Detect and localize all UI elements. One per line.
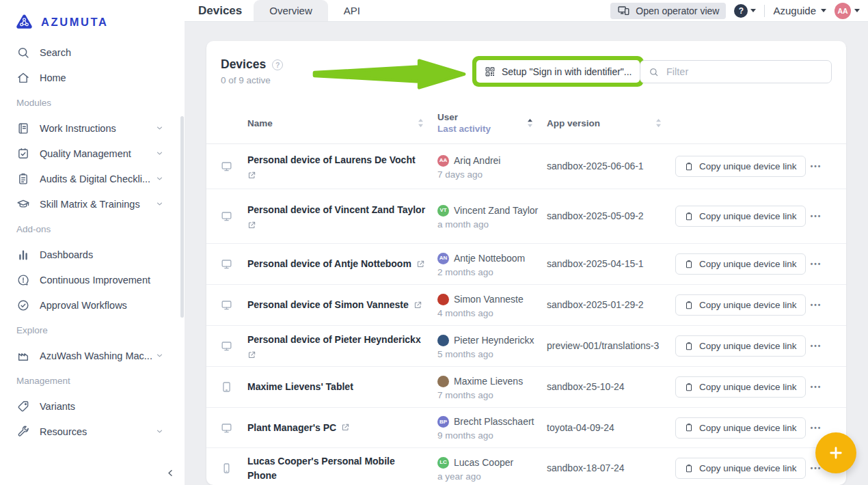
clipboard-icon bbox=[684, 260, 694, 269]
external-link-icon[interactable] bbox=[247, 221, 256, 230]
table-row: Personal device of Vincent Zand Taylor V… bbox=[206, 189, 846, 244]
app-root: AZUMUTA Search Home Modules Work Instruc… bbox=[0, 0, 868, 485]
sidebar-item-dashboards[interactable]: Dashboards bbox=[0, 242, 185, 267]
column-header-user[interactable]: User Last activity bbox=[437, 112, 547, 134]
avatar: LC bbox=[437, 457, 449, 469]
monitor-icon bbox=[220, 299, 233, 311]
last-activity: a month ago bbox=[437, 219, 541, 230]
page-title: Devices bbox=[221, 57, 266, 72]
sidebar-item-work-instructions[interactable]: Work Instructions bbox=[0, 115, 185, 141]
topbar-divider bbox=[764, 5, 765, 17]
copy-device-link-button[interactable]: Copy unique device link bbox=[675, 253, 806, 275]
filter-input[interactable] bbox=[665, 66, 823, 78]
clipboard-icon bbox=[684, 383, 694, 392]
green-arrow bbox=[306, 58, 473, 90]
copy-device-link-button[interactable]: Copy unique device link bbox=[675, 156, 806, 177]
app-version: toyota-04-09-24 bbox=[547, 421, 675, 435]
tablet-icon bbox=[220, 380, 233, 393]
avatar: VT bbox=[437, 205, 449, 217]
external-link-icon[interactable] bbox=[247, 171, 256, 180]
table-row: Personal device of Antje Notteboom AN An… bbox=[206, 244, 846, 285]
table-row: Personal device of Simon Vanneste Simon … bbox=[206, 285, 846, 326]
sidebar-collapse-button[interactable] bbox=[161, 464, 179, 482]
sidebar-item-home[interactable]: Home bbox=[0, 65, 185, 90]
device-name: Personal device of Vincent Zand Taylor bbox=[247, 203, 425, 217]
caret-down-icon bbox=[821, 9, 826, 12]
device-name: Personal device of Antje Notteboom bbox=[247, 257, 411, 271]
row-menu-button[interactable]: ••• bbox=[800, 383, 832, 391]
column-header-app-version[interactable]: App version bbox=[547, 118, 675, 128]
row-menu-button[interactable]: ••• bbox=[800, 163, 832, 170]
copy-device-link-button[interactable]: Copy unique device link bbox=[675, 294, 806, 316]
app-version: sandbox-2025-06-06-1 bbox=[547, 159, 675, 174]
monitor-icon bbox=[220, 421, 233, 434]
avatar bbox=[437, 294, 449, 305]
tab-api[interactable]: API bbox=[328, 0, 376, 21]
brand-logo[interactable]: AZUMUTA bbox=[0, 0, 185, 34]
external-link-icon[interactable] bbox=[413, 301, 422, 309]
sidebar-item-audits-digital-checkli[interactable]: Audits & Digital Checkli... bbox=[0, 166, 185, 191]
azumuta-logo-icon bbox=[15, 13, 33, 31]
sidebar-item-quality-management[interactable]: Quality Management bbox=[0, 141, 185, 166]
setup-sign-in-with-identifier-button[interactable]: Setup "Sign in with identifier"... bbox=[476, 60, 640, 83]
add-device-button[interactable] bbox=[815, 432, 856, 473]
sidebar-section-explore: Explore bbox=[0, 318, 185, 343]
sidebar-scrollbar[interactable] bbox=[180, 116, 184, 318]
continuous-improvement-icon bbox=[16, 273, 30, 287]
copy-device-link-button[interactable]: Copy unique device link bbox=[675, 417, 806, 439]
copy-device-link-button[interactable]: Copy unique device link bbox=[675, 458, 806, 479]
account-menu[interactable]: AA bbox=[835, 3, 860, 19]
open-operator-view-button[interactable]: Open operator view bbox=[610, 3, 726, 19]
chevron-left-icon bbox=[165, 468, 176, 478]
copy-device-link-button[interactable]: Copy unique device link bbox=[675, 335, 806, 357]
setup-button-highlight: Setup "Sign in with identifier"... bbox=[472, 56, 644, 87]
last-activity: 7 months ago bbox=[437, 390, 541, 400]
table-row: Personal device of Pieter Heynderickx Pi… bbox=[206, 326, 846, 367]
home-icon bbox=[16, 71, 30, 85]
row-menu-button[interactable]: ••• bbox=[800, 424, 832, 432]
active-count: 0 of 9 active bbox=[221, 75, 283, 85]
row-menu-button[interactable]: ••• bbox=[800, 301, 832, 309]
table-row: Lucas Cooper's Personal Mobile Phone LC … bbox=[206, 448, 846, 485]
copy-device-link-button[interactable]: Copy unique device link bbox=[675, 206, 806, 227]
sidebar-item-resources[interactable]: Resources bbox=[0, 419, 185, 444]
sidebar-item-variants[interactable]: Variants bbox=[0, 393, 185, 419]
last-activity: 4 months ago bbox=[437, 308, 541, 318]
external-link-icon[interactable] bbox=[416, 260, 425, 268]
sidebar-section-add-ons: Add-ons bbox=[0, 217, 185, 242]
copy-device-link-button[interactable]: Copy unique device link bbox=[675, 376, 806, 398]
sidebar-item-approval-workflows[interactable]: Approval Workflows bbox=[0, 292, 185, 318]
user-name: Lucas Cooper bbox=[454, 456, 513, 470]
help-menu[interactable]: ? bbox=[734, 4, 756, 18]
last-activity: 9 months ago bbox=[437, 430, 541, 441]
sidebar-item-search[interactable]: Search bbox=[0, 40, 185, 65]
caret-down-icon bbox=[854, 9, 860, 12]
chevron-down-icon bbox=[155, 351, 164, 360]
column-header-name[interactable]: Name bbox=[247, 118, 437, 128]
phone-icon bbox=[220, 462, 233, 475]
approval-workflows-icon bbox=[16, 299, 30, 312]
search-icon bbox=[16, 46, 30, 59]
sidebar-item-continuous-improvement[interactable]: Continuous Improvement bbox=[0, 267, 185, 292]
sort-icon-active bbox=[527, 118, 533, 128]
work-instructions-icon bbox=[16, 122, 30, 135]
row-menu-button[interactable]: ••• bbox=[800, 342, 832, 350]
row-menu-button[interactable]: ••• bbox=[800, 260, 832, 268]
search-icon bbox=[649, 67, 659, 77]
question-circle-icon[interactable]: ? bbox=[272, 59, 283, 70]
qr-code-icon bbox=[485, 66, 496, 77]
row-menu-button[interactable]: ••• bbox=[800, 212, 832, 220]
sidebar: AZUMUTA Search Home Modules Work Instruc… bbox=[0, 0, 185, 485]
sidebar-item-azuwash-washing-mac[interactable]: AzuWash Washing Mac... bbox=[0, 343, 185, 368]
avatar bbox=[437, 335, 449, 346]
sidebar-item-skill-matrix-trainings[interactable]: Skill Matrix & Trainings bbox=[0, 191, 185, 217]
table-row: Maxime Lievens' Tablet Maxime Lievens 7 … bbox=[206, 367, 846, 408]
tab-overview[interactable]: Overview bbox=[254, 0, 328, 21]
external-link-icon[interactable] bbox=[247, 350, 256, 359]
azuguide-menu[interactable]: Azuguide bbox=[773, 5, 826, 16]
card-header: Devices ? 0 of 9 active Setup "Sign in w… bbox=[206, 41, 846, 102]
external-link-icon[interactable] bbox=[341, 423, 350, 432]
last-activity: 2 months ago bbox=[437, 267, 541, 277]
topbar-right: Open operator view ? Azuguide AA bbox=[610, 0, 868, 21]
app-version: sandbox-2025-05-09-2 bbox=[547, 209, 675, 223]
